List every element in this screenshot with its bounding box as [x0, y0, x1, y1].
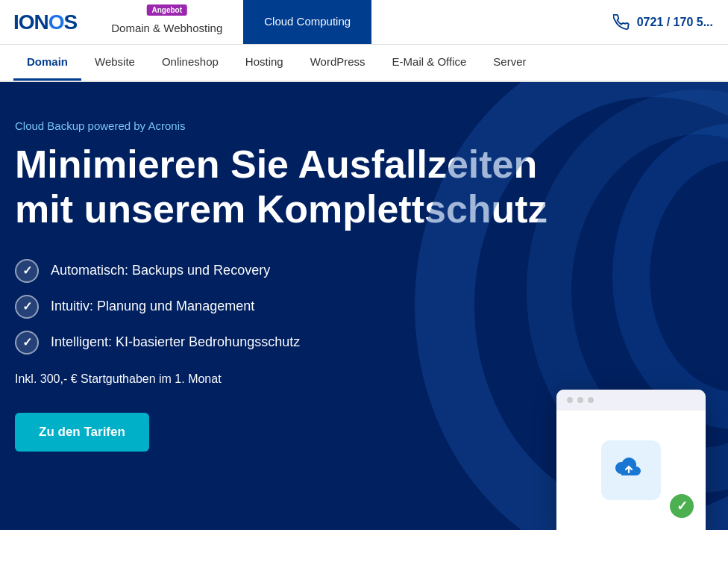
- hero-subtitle: Cloud Backup powered by Acronis: [15, 119, 698, 132]
- cloud-backup-icon: [611, 450, 651, 490]
- tab-domain-webhosting[interactable]: Angebot Domain & Webhosting: [90, 0, 243, 44]
- sec-nav-email-office[interactable]: E-Mail & Office: [379, 45, 480, 81]
- sec-nav-onlineshop[interactable]: Onlineshop: [148, 45, 232, 81]
- check-badge-icon: ✓: [670, 494, 694, 518]
- mockup-dot-3: [588, 397, 594, 403]
- feature-item-2: ✓ Intuitiv: Planung und Management: [15, 295, 698, 319]
- app-mockup: ✓: [556, 390, 706, 530]
- mockup-dot-2: [577, 397, 583, 403]
- feature-text-3: Intelligent: KI-basierter Bedrohungsschu…: [51, 334, 300, 350]
- hero-features-list: ✓ Automatisch: Backups und Recovery ✓ In…: [15, 259, 698, 355]
- top-navigation: IONOS Angebot Domain & Webhosting Cloud …: [0, 0, 728, 45]
- check-icon-3: ✓: [15, 331, 39, 355]
- sec-nav-website[interactable]: Website: [81, 45, 148, 81]
- check-icon-1: ✓: [15, 259, 39, 283]
- hero-promo-text: Inkl. 300,- € Startguthaben im 1. Monat: [15, 372, 698, 386]
- sec-nav-hosting[interactable]: Hosting: [232, 45, 297, 81]
- tab-cloud-computing-label: Cloud Computing: [264, 15, 351, 28]
- check-icon-2: ✓: [15, 295, 39, 319]
- sec-nav-server[interactable]: Server: [480, 45, 539, 81]
- mockup-body: ✓: [556, 411, 706, 530]
- logo: IONOS: [13, 10, 77, 34]
- feature-text-2: Intuitiv: Planung und Management: [51, 299, 254, 314]
- feature-item-3: ✓ Intelligent: KI-basierter Bedrohungssc…: [15, 331, 698, 355]
- phone-icon: [613, 14, 630, 31]
- angebot-badge: Angebot: [146, 4, 187, 16]
- mockup-window: ✓: [556, 390, 706, 530]
- sec-nav-wordpress[interactable]: WordPress: [297, 45, 379, 81]
- phone-number: 0721 / 170 5...: [637, 16, 713, 29]
- nav-tabs: Angebot Domain & Webhosting Cloud Comput…: [90, 0, 371, 44]
- mockup-dot-1: [567, 397, 573, 403]
- tab-domain-webhosting-label: Domain & Webhosting: [111, 22, 222, 34]
- mockup-titlebar: [556, 390, 706, 411]
- phone-area[interactable]: 0721 / 170 5...: [598, 0, 728, 44]
- hero-title: Minimieren Sie Ausfallzeiten mit unserem…: [15, 143, 597, 232]
- cta-tarifen-button[interactable]: Zu den Tarifen: [15, 413, 149, 452]
- sec-nav-domain[interactable]: Domain: [13, 45, 81, 81]
- feature-text-1: Automatisch: Backups und Recovery: [51, 263, 270, 278]
- cloud-icon-wrap: [601, 440, 661, 500]
- hero-section: Cloud Backup powered by Acronis Minimier…: [0, 82, 728, 530]
- feature-item-1: ✓ Automatisch: Backups und Recovery: [15, 259, 698, 283]
- tab-cloud-computing[interactable]: Cloud Computing: [243, 0, 371, 44]
- logo-area[interactable]: IONOS: [0, 0, 90, 44]
- secondary-navigation: Domain Website Onlineshop Hosting WordPr…: [0, 45, 728, 82]
